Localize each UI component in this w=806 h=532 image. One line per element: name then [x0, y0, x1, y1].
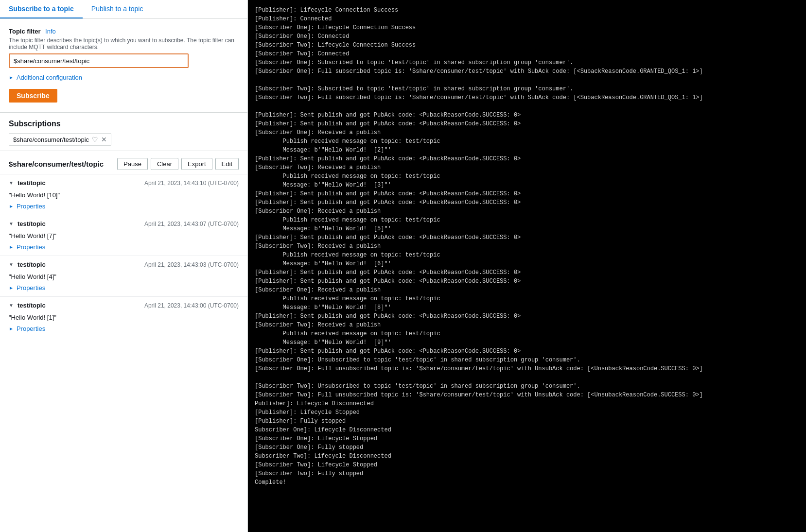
- properties-toggle[interactable]: ► Properties: [9, 243, 239, 251]
- topic-filter-description: The topic filter describes the topic(s) …: [9, 37, 239, 51]
- message-item: ▼ test/topic April 21, 2023, 14:43:07 (U…: [0, 215, 247, 256]
- pause-button[interactable]: Pause: [117, 158, 148, 170]
- message-item: ▼ test/topic April 21, 2023, 14:43:00 (U…: [0, 296, 247, 337]
- message-topic-row: ▼ test/topic April 21, 2023, 14:43:03 (U…: [9, 261, 239, 268]
- triangle-right-icon: ►: [9, 75, 14, 80]
- message-item: ▼ test/topic April 21, 2023, 14:43:03 (U…: [0, 256, 247, 296]
- message-topic: test/topic: [18, 302, 46, 309]
- message-topic-row: ▼ test/topic April 21, 2023, 14:43:10 (U…: [9, 179, 239, 187]
- messages-list: ▼ test/topic April 21, 2023, 14:43:10 (U…: [0, 174, 247, 532]
- additional-config-label: Additional configuration: [17, 74, 82, 81]
- message-timestamp: April 21, 2023, 14:43:03 (UTC-0700): [144, 261, 239, 268]
- triangle-right-icon: ►: [9, 285, 14, 291]
- properties-label: Properties: [17, 243, 45, 251]
- terminal-panel: [Publisher]: Lifecycle Connection Succes…: [248, 0, 806, 532]
- properties-label: Properties: [17, 325, 45, 332]
- message-timestamp: April 21, 2023, 14:43:10 (UTC-0700): [144, 180, 239, 187]
- properties-label: Properties: [17, 284, 45, 292]
- subscription-chip-label: $share/consumer/test/topic: [13, 136, 89, 143]
- message-body: "Hello World! [7]": [9, 230, 239, 243]
- tabs-container: Subscribe to a topic Publish to a topic: [0, 0, 247, 19]
- properties-toggle[interactable]: ► Properties: [9, 203, 239, 210]
- topic-filter-info-link[interactable]: Info: [45, 28, 56, 35]
- message-timestamp: April 21, 2023, 14:43:00 (UTC-0700): [144, 302, 239, 309]
- message-topic-row: ▼ test/topic April 21, 2023, 14:43:07 (U…: [9, 220, 239, 227]
- message-topic-row: ▼ test/topic April 21, 2023, 14:43:00 (U…: [9, 302, 239, 309]
- subscriptions-title: Subscriptions: [9, 120, 239, 128]
- expand-icon[interactable]: ▼: [9, 180, 14, 186]
- properties-toggle[interactable]: ► Properties: [9, 325, 239, 332]
- subscriptions-section: Subscriptions $share/consumer/test/topic…: [0, 112, 247, 146]
- message-body: "Hello World! [4]": [9, 271, 239, 284]
- subscription-chip: $share/consumer/test/topic ♡ ✕: [9, 133, 111, 146]
- triangle-right-icon: ►: [9, 204, 14, 209]
- expand-icon[interactable]: ▼: [9, 303, 14, 308]
- left-panel: Subscribe to a topic Publish to a topic …: [0, 0, 248, 532]
- subscribe-button[interactable]: Subscribe: [9, 89, 57, 103]
- tab-subscribe[interactable]: Subscribe to a topic: [0, 0, 83, 18]
- messages-topic-title: $share/consumer/test/topic: [9, 160, 104, 168]
- message-topic: test/topic: [18, 179, 46, 187]
- heart-icon: ♡: [92, 136, 98, 143]
- message-body: "Hello World! [10]": [9, 189, 239, 203]
- export-button[interactable]: Export: [181, 158, 212, 170]
- properties-toggle[interactable]: ► Properties: [9, 284, 239, 292]
- messages-actions: Pause Clear Export Edit: [117, 158, 239, 170]
- subscribe-form: Topic filter Info The topic filter descr…: [0, 19, 247, 107]
- close-icon[interactable]: ✕: [101, 136, 107, 143]
- message-timestamp: April 21, 2023, 14:43:07 (UTC-0700): [144, 221, 239, 227]
- edit-button[interactable]: Edit: [215, 158, 239, 170]
- triangle-right-icon: ►: [9, 244, 14, 250]
- properties-label: Properties: [17, 203, 45, 210]
- tab-publish[interactable]: Publish to a topic: [83, 0, 152, 18]
- topic-filter-label: Topic filter: [9, 28, 40, 35]
- message-item: ▼ test/topic April 21, 2023, 14:43:10 (U…: [0, 174, 247, 215]
- topic-filter-input[interactable]: [9, 53, 189, 68]
- messages-header: $share/consumer/test/topic Pause Clear E…: [0, 151, 247, 174]
- message-topic: test/topic: [18, 261, 46, 268]
- triangle-right-icon: ►: [9, 326, 14, 331]
- message-topic: test/topic: [18, 220, 46, 227]
- message-body: "Hello World! [1]": [9, 312, 239, 325]
- clear-button[interactable]: Clear: [151, 158, 178, 170]
- expand-icon[interactable]: ▼: [9, 262, 14, 267]
- expand-icon[interactable]: ▼: [9, 221, 14, 226]
- additional-config-toggle[interactable]: ► Additional configuration: [9, 74, 239, 81]
